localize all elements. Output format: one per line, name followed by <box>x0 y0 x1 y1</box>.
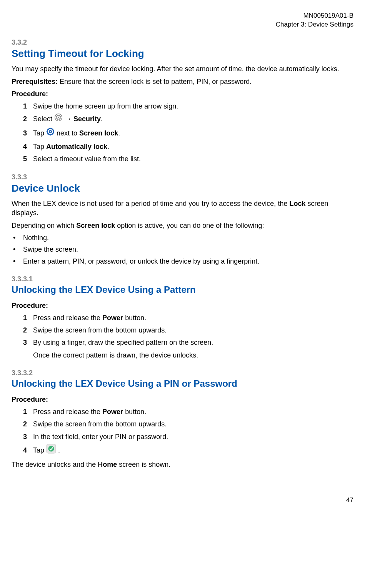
prereq-text: Ensure that the screen lock is set to pa… <box>58 78 252 85</box>
settings-gear-blue-icon <box>46 127 55 138</box>
list-item: Nothing. <box>12 233 353 242</box>
step-text: Press and release the Power button. <box>33 407 353 416</box>
procedure-label: Procedure: <box>12 395 353 404</box>
section-number: 3.3.3.1 <box>12 274 353 284</box>
checkmark-circle-icon <box>46 444 56 456</box>
svg-line-13 <box>48 129 49 130</box>
step-text: Swipe the screen from the bottom upwards… <box>33 419 353 429</box>
svg-line-16 <box>52 129 53 130</box>
procedure-label: Procedure: <box>12 301 353 310</box>
prereq-label: Prerequisites: <box>12 78 58 85</box>
doc-id: MN005019A01-B <box>12 12 353 20</box>
procedure-steps: 1 Press and release the Power button. 2S… <box>12 407 353 457</box>
step-text: Press and release the Power button. <box>33 313 353 322</box>
step: 2Swipe the screen from the bottom upward… <box>23 419 353 429</box>
step-text: Tap next to Screen lock. <box>33 128 353 139</box>
procedure-label: Procedure: <box>12 89 353 99</box>
section-intro: You may specify the timeout for device l… <box>12 64 353 74</box>
step-text: Swipe the screen from the bottom upwards… <box>33 326 353 335</box>
step: 1Swipe the home screen up from the arrow… <box>23 102 353 111</box>
procedure-steps: 1 Press and release the Power button. 2S… <box>12 313 353 360</box>
paragraph: Depending on which Screen lock option is… <box>12 221 353 230</box>
list-item: Swipe the screen. <box>12 245 353 254</box>
section-number: 3.3.3.2 <box>12 368 353 378</box>
procedure-steps: 1Swipe the home screen up from the arrow… <box>12 102 353 164</box>
step: 3In the text field, enter your PIN or pa… <box>23 432 353 441</box>
svg-point-18 <box>48 446 54 451</box>
step: 2Swipe the screen from the bottom upward… <box>23 326 353 335</box>
page-header: MN005019A01-B Chapter 3: Device Settings <box>12 12 353 29</box>
step: 3 By using a finger, draw the specified … <box>23 338 353 360</box>
step-text: Tap . <box>33 444 353 457</box>
bullet-list: Nothing. Swipe the screen. Enter a patte… <box>12 233 353 266</box>
step: 5Select a timeout value from the list. <box>23 154 353 164</box>
section-title: Unlocking the LEX Device Using a PIN or … <box>12 378 353 390</box>
step-text: By using a finger, draw the specified pa… <box>33 338 353 360</box>
svg-point-8 <box>49 130 52 133</box>
step-text: In the text field, enter your PIN or pas… <box>33 432 353 441</box>
step: 4 Tap Automatically lock. <box>23 142 353 151</box>
step: 2 Select → Security. <box>23 114 353 125</box>
prerequisites: Prerequisites: Ensure that the screen lo… <box>12 77 353 86</box>
settings-gear-icon <box>54 113 63 124</box>
section-number: 3.3.2 <box>12 38 353 47</box>
section-title: Setting Timeout for Locking <box>12 47 353 60</box>
list-item: Enter a pattern, PIN, or password, or un… <box>12 257 353 266</box>
svg-line-15 <box>48 133 49 134</box>
step-text: Select → Security. <box>33 114 353 125</box>
step: 1 Press and release the Power button. <box>23 313 353 322</box>
svg-line-14 <box>52 133 53 134</box>
step: 1 Press and release the Power button. <box>23 407 353 416</box>
section-title: Device Unlock <box>12 182 353 195</box>
step: 4 Tap . <box>23 444 353 457</box>
paragraph: When the LEX device is not used for a pe… <box>12 199 353 218</box>
section-title: Unlocking the LEX Device Using a Pattern <box>12 284 353 296</box>
step-note: Once the correct pattern is drawn, the d… <box>33 351 353 360</box>
section-outro: The device unlocks and the Home screen i… <box>12 460 353 469</box>
page-number: 47 <box>12 496 353 505</box>
section-number: 3.3.3 <box>12 172 353 182</box>
step: 3 Tap next to Screen lock. <box>23 128 353 139</box>
step-text: Swipe the home screen up from the arrow … <box>33 102 353 111</box>
chapter-label: Chapter 3: Device Settings <box>12 20 353 29</box>
step-text: Tap Automatically lock. <box>33 142 353 151</box>
step-text: Select a timeout value from the list. <box>33 154 353 164</box>
